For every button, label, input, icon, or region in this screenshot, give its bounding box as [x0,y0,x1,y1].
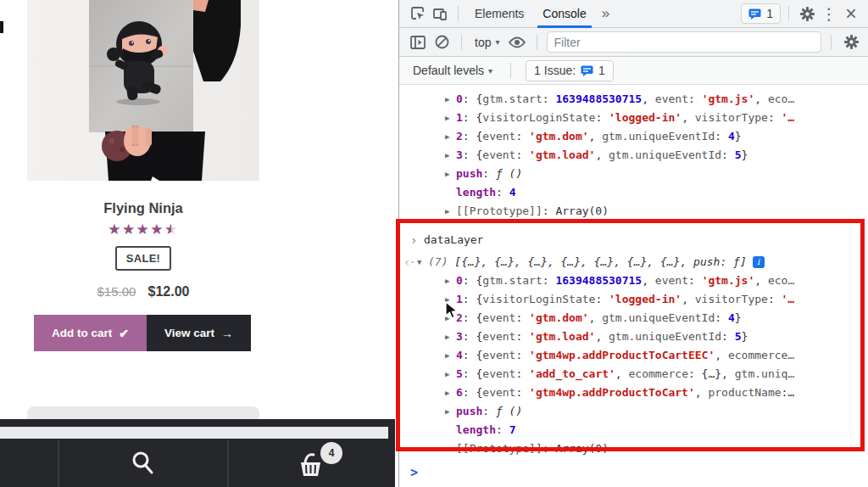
message-bubble-icon [748,8,761,20]
console-line[interactable]: ▶2: {event: 'gtm.dom', gtm.uniqueEventId… [399,127,868,146]
disclosure-triangle-icon[interactable]: ▶ [445,309,456,327]
disclosure-triangle-icon[interactable]: ▶ [445,109,456,127]
disclosure-triangle-icon[interactable]: ▼ [417,253,428,271]
tab-elements[interactable]: Elements [466,0,532,28]
console-line-text: dataLayer [424,231,483,249]
console-line[interactable]: ▶push: ƒ () [399,402,868,421]
screen: Flying Ninja ★★★★★★★★★★ SALE! $15.00 $12… [0,0,868,487]
console-line-text: 4: {event: 'gtm4wp.addProductToCartEEC',… [456,346,794,365]
separator [458,6,459,21]
console-line[interactable]: ▶3: {event: 'gtm.load', gtm.uniqueEventI… [399,146,868,165]
disclosure-triangle-icon[interactable]: ▶ [445,439,456,458]
disclosure-triangle-icon[interactable] [445,183,456,202]
console-line[interactable]: ▶3: {event: 'gtm.load', gtm.uniqueEventI… [399,327,868,346]
chevron-down-icon: ▾ [488,66,492,76]
console-line[interactable]: ▶5: {event: 'add_to_cart', ecommerce: {…… [399,365,868,383]
poster [89,0,193,132]
disclosure-triangle-icon[interactable]: ▶ [445,346,456,365]
footer-divider [227,440,229,487]
issues-badge[interactable]: 1 Issue: 1 [526,60,614,81]
product-title: Flying Ninja [27,200,259,216]
separator [510,63,511,78]
disclosure-triangle-icon[interactable]: ▶ [445,165,456,183]
kebab-menu-icon[interactable]: ⋮ [819,3,839,24]
search-icon[interactable] [131,450,154,475]
device-toolbar-icon[interactable] [430,3,450,24]
inspect-element-icon[interactable] [408,3,428,24]
console-line-text: 3: {event: 'gtm.load', gtm.uniqueEventId… [456,146,748,165]
console-line-text: [[Prototype]]: Array(0) [456,202,609,221]
console-line[interactable]: ▶[[Prototype]]: Array(0) [399,202,868,221]
separator [537,35,537,50]
disclosure-triangle-icon[interactable]: ▶ [445,327,456,346]
console-output: ▶0: {gtm.start: 1639488530715, event: 'g… [399,86,868,487]
console-line[interactable]: ›dataLayer [399,231,868,249]
console-line-text: 1: {visitorLoginState: 'logged-in', visi… [456,109,794,127]
footer-divider [58,440,59,487]
console-line-text: 6: {event: 'gtm4wp.addProductToCart', pr… [456,383,794,402]
cart-count-badge: 4 [320,442,342,464]
console-line[interactable]: length: 7 [399,421,868,439]
arrow-right-icon: → [221,327,233,340]
view-cart-button[interactable]: View cart → [147,315,251,351]
console-line-text: [[Prototype]]: Array(0) [456,439,609,458]
devtools-tab-bar: Elements Console » 1 ⋮ × [399,0,868,28]
current-price: $12.00 [148,284,190,299]
console-line[interactable]: ▶0: {gtm.start: 1639488530715, event: 'g… [399,271,868,290]
tab-console[interactable]: Console [534,0,594,28]
star-rating: ★★★★★★★★★★ [27,221,259,238]
settings-gear-icon[interactable] [797,3,817,24]
filter-input[interactable] [547,31,822,53]
console-line[interactable]: ▶1: {visitorLoginState: 'logged-in', vis… [399,290,868,309]
price-row: $15.00 $12.00 [27,284,259,299]
console-line[interactable]: ▶2: {event: 'gtm.dom', gtm.uniqueEventId… [399,309,868,327]
devtools-panel: Elements Console » 1 ⋮ × [398,0,868,487]
product-image[interactable] [27,0,259,181]
console-line[interactable]: > [399,463,868,482]
disclosure-triangle-icon[interactable]: ▶ [445,383,456,402]
console-line-text: 5: {event: 'add_to_cart', ecommerce: {…}… [456,365,794,383]
disclosure-triangle-icon[interactable]: ▶ [445,146,456,165]
next-section-card [27,406,259,419]
console-line[interactable]: ▶[[Prototype]]: Array(0) [399,439,868,458]
console-messages-badge[interactable]: 1 [741,3,781,24]
console-line[interactable]: ▶push: ƒ () [399,165,868,183]
console-sidebar-icon[interactable] [408,32,428,53]
console-prompt-chevron[interactable]: > [410,463,418,482]
cart-button[interactable]: 4 [295,447,342,481]
console-line-text: 3: {event: 'gtm.load', gtm.uniqueEventId… [456,327,748,346]
viewport-edge-fragment [0,21,3,33]
clear-console-icon[interactable] [431,32,452,53]
eye-icon[interactable] [507,32,527,53]
console-line[interactable]: ▶4: {event: 'gtm4wp.addProductToCartEEC'… [399,346,868,365]
info-icon[interactable]: i [753,256,765,268]
disclosure-triangle-icon[interactable]: ▶ [445,90,456,109]
add-to-cart-button[interactable]: Add to cart ✔ [34,315,147,351]
console-line[interactable]: ‹·▼(7) [{…}, {…}, {…}, {…}, {…}, {…}, {…… [399,253,868,271]
disclosure-triangle-icon[interactable] [445,421,456,439]
console-line[interactable]: ▶1: {visitorLoginState: 'logged-in', vis… [399,109,868,127]
console-line[interactable]: ▶6: {event: 'gtm4wp.addProductToCart', p… [399,383,868,402]
close-devtools-icon[interactable]: × [841,3,861,24]
separator [788,6,789,21]
disclosure-triangle-icon[interactable]: ▶ [445,290,456,309]
message-bubble-icon [581,65,593,76]
disclosure-triangle-icon[interactable]: ▶ [445,202,456,221]
console-line[interactable]: ▶0: {gtm.start: 1639488530715, event: 'g… [399,90,868,109]
disclosure-triangle-icon[interactable]: ▶ [445,127,456,146]
disclosure-triangle-icon[interactable]: ▶ [445,402,456,421]
console-line-text: (7) [{…}, {…}, {…}, {…}, {…}, {…}, {…}, … [428,253,747,271]
console-line-text: 2: {event: 'gtm.dom', gtm.uniqueEventId:… [456,309,742,327]
console-line-text: push: ƒ () [456,402,522,421]
old-price: $15.00 [97,284,136,299]
mobile-footer-bar: 4 [0,419,395,487]
disclosure-triangle-icon[interactable]: ▶ [445,365,456,383]
console-settings-gear-icon[interactable] [841,32,861,53]
context-selector[interactable]: top ▾ [471,36,504,49]
more-tabs-icon[interactable]: » [597,5,615,22]
log-levels-selector[interactable]: Default levels ▾ [409,64,496,77]
console-line-text: 2: {event: 'gtm.dom', gtm.uniqueEventId:… [456,127,742,146]
console-line[interactable]: length: 4 [399,183,868,202]
disclosure-triangle-icon[interactable]: ▶ [445,271,456,290]
sale-badge: SALE! [115,246,172,271]
